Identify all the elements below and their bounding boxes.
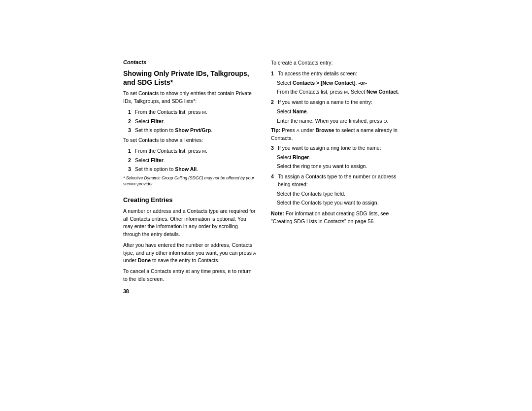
right-column: To create a Contacts entry: 1 To access … xyxy=(271,59,404,294)
creating-para1: A number or address and a Contacts type … xyxy=(123,207,256,239)
step-text: Set this option to Show Prvt/Grp. xyxy=(135,127,256,135)
note-text: Note: For information about creating SDG… xyxy=(271,210,404,226)
step3-sub2: Select the ring tone you want to assign. xyxy=(277,163,404,171)
content-area: Contacts Showing Only Private IDs, Talkg… xyxy=(123,59,409,294)
step-prvt-2: 2 Select Filter. xyxy=(128,118,256,126)
step-num: 2 xyxy=(128,157,133,165)
step-num: 3 xyxy=(128,166,133,173)
step-text: From the Contacts list, press M. xyxy=(135,147,256,155)
creating-entries-title: Creating Entries xyxy=(123,196,256,205)
step-text: To access the entry details screen: xyxy=(278,70,404,78)
show-all-steps: 1 From the Contacts list, press M. 2 Sel… xyxy=(128,147,256,173)
show-prvt-steps: 1 From the Contacts list, press M. 2 Sel… xyxy=(128,108,256,135)
creating-para3: To cancel a Contacts entry at any time p… xyxy=(123,268,256,283)
step-all-2: 2 Select Filter. xyxy=(128,157,256,165)
step-text: If you want to assign a ring tone to the… xyxy=(278,144,404,152)
show-all-intro: To set Contacts to show all entries: xyxy=(123,137,256,144)
step-num: 1 xyxy=(128,108,133,116)
intro-text-showing: To set Contacts to show only entries tha… xyxy=(123,90,256,105)
step-num: 1 xyxy=(128,147,133,155)
step-text: Select Filter. xyxy=(135,157,256,165)
step-text: From the Contacts list, press M. xyxy=(135,108,256,116)
page-container: Contacts Showing Only Private IDs, Talkg… xyxy=(0,0,532,411)
right-step-2: 2 If you want to assign a name to the en… xyxy=(271,99,404,106)
step-prvt-1: 1 From the Contacts list, press M. xyxy=(128,108,256,116)
step-num: 2 xyxy=(128,118,133,126)
right-step-4: 4 To assign a Contacts type to the numbe… xyxy=(271,173,404,189)
step2-sub2: Enter the name. When you are finished, p… xyxy=(277,117,404,125)
step-num: 1 xyxy=(271,70,276,78)
step1-sub2: From the Contacts list, press M. Select … xyxy=(277,88,404,96)
step1-sub1: Select Contacts > [New Contact]. -or- xyxy=(277,79,404,87)
step-num: 4 xyxy=(271,173,276,189)
step-num: 3 xyxy=(128,127,133,135)
step-text: Set this option to Show All. xyxy=(135,166,256,173)
step-all-1: 1 From the Contacts list, press M. xyxy=(128,147,256,155)
step-prvt-3: 3 Set this option to Show Prvt/Grp. xyxy=(128,127,256,135)
step-text: If you want to assign a name to the entr… xyxy=(278,99,404,106)
step3-sub1: Select Ringer. xyxy=(277,154,404,162)
step-num: 2 xyxy=(271,99,276,106)
step-all-3: 3 Set this option to Show All. xyxy=(128,166,256,173)
right-intro: To create a Contacts entry: xyxy=(271,59,404,67)
footnote-text: * Selective Dynamic Group Calling (SDGC)… xyxy=(123,175,256,187)
step-text: Select Filter. xyxy=(135,118,256,126)
step-text: To assign a Contacts type to the number … xyxy=(278,173,404,189)
right-step-3: 3 If you want to assign a ring tone to t… xyxy=(271,144,404,152)
section-title-showing: Showing Only Private IDs, Talkgroups, an… xyxy=(123,69,256,87)
step4-sub1: Select the Contacts type field. xyxy=(277,190,404,198)
step-num: 3 xyxy=(271,144,276,152)
step4-sub2: Select the Contacts type you want to ass… xyxy=(277,199,404,207)
tip-text: Tip: Press A under Browse to select a na… xyxy=(271,127,404,142)
step2-sub1: Select Name. xyxy=(277,108,404,116)
contacts-label: Contacts xyxy=(123,59,256,65)
creating-para2: After you have entered the number or add… xyxy=(123,241,256,265)
left-column: Contacts Showing Only Private IDs, Talkg… xyxy=(123,59,256,294)
page-number: 38 xyxy=(123,288,256,294)
right-step-1: 1 To access the entry details screen: xyxy=(271,70,404,78)
